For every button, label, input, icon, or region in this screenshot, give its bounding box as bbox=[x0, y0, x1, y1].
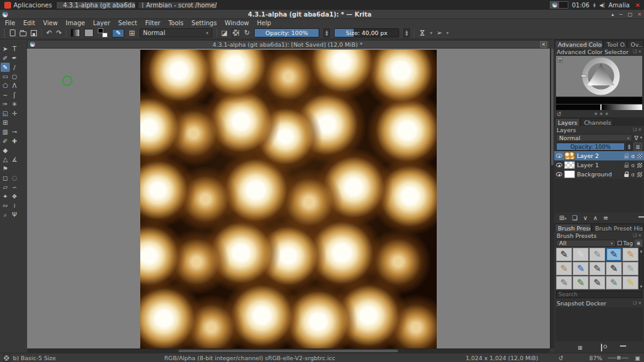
layer-filter-funnel-icon[interactable]: ∇ bbox=[634, 135, 638, 141]
snapshot-docker-header[interactable]: Snapshot Docker ❏ × bbox=[554, 299, 644, 307]
close-panel-icon[interactable]: × bbox=[638, 233, 642, 238]
alpha-lock-icon[interactable]: α bbox=[631, 171, 635, 178]
menu-image[interactable]: Image bbox=[66, 20, 85, 26]
layer-visibility-eye-icon[interactable] bbox=[556, 154, 562, 158]
tab-overview[interactable]: Ov... bbox=[627, 40, 643, 48]
tool-ellipse[interactable]: ○ bbox=[10, 72, 19, 81]
tab-tool-options[interactable]: Tool O... bbox=[603, 40, 627, 48]
float-panel-icon[interactable]: ❏ bbox=[633, 233, 637, 238]
alpha-lock-icon[interactable]: α bbox=[631, 153, 635, 159]
brush-preset-2[interactable]: ✎ bbox=[573, 248, 589, 261]
layer-opacity-slider[interactable]: Opacity: 100% bbox=[556, 143, 625, 151]
tool-smart-patch[interactable]: ✚ bbox=[10, 136, 19, 146]
maximize-button[interactable]: □ bbox=[628, 12, 633, 17]
tool-move[interactable]: ✛ bbox=[10, 109, 19, 118]
brush-preset-chip[interactable]: b) Basic-5 Size bbox=[3, 353, 56, 362]
panel-close-button[interactable]: ✕ bbox=[634, 2, 642, 9]
brush-preset-9[interactable]: ✎ bbox=[606, 262, 622, 275]
layer-row-background[interactable]: Backgroundα bbox=[554, 170, 644, 179]
layer-blend-mode-dropdown[interactable]: Normal ▾ bbox=[556, 134, 632, 141]
tool-color-sampler[interactable]: ⊸ bbox=[10, 127, 19, 136]
workspace-pager[interactable] bbox=[550, 1, 568, 9]
tool-ellipse-select[interactable]: ◌ bbox=[10, 173, 19, 183]
snapshot-add-button[interactable]: ⊞ bbox=[578, 344, 582, 351]
layer-thumbnail[interactable] bbox=[564, 170, 575, 178]
clock-spinner[interactable]: ▲▼ bbox=[593, 2, 595, 7]
zoom-slider-handle[interactable] bbox=[616, 355, 621, 360]
window-krita-icon[interactable] bbox=[2, 12, 8, 17]
menu-help[interactable]: Help bbox=[257, 20, 271, 26]
size-spinner[interactable]: ▲▼ bbox=[403, 28, 410, 37]
float-panel-icon[interactable]: ❏ bbox=[633, 127, 637, 132]
chevron-down-icon[interactable]: ▾ bbox=[640, 135, 642, 140]
zoom-slider[interactable] bbox=[608, 353, 629, 362]
eraser-mode-button[interactable]: ◪ bbox=[221, 30, 228, 36]
tool-multibrush[interactable]: ✳ bbox=[10, 100, 19, 109]
mirror-horizontal-button[interactable]: ⋈ bbox=[418, 30, 426, 36]
tab-layers[interactable]: Layers bbox=[555, 118, 580, 126]
menu-settings[interactable]: Settings bbox=[191, 20, 217, 26]
reload-preset-button[interactable]: ↻ bbox=[244, 30, 250, 36]
tool-magnetic-select[interactable]: ≀ bbox=[10, 201, 19, 210]
applications-menu-button[interactable]: Aplicaciones bbox=[2, 1, 54, 9]
tool-calligraphy[interactable]: ✒ bbox=[10, 53, 19, 63]
tool-zoom[interactable]: ⌕ bbox=[1, 210, 10, 219]
snapshot-list[interactable] bbox=[555, 307, 643, 341]
tool-crop[interactable]: ⊞ bbox=[1, 118, 10, 127]
brush-preset-12[interactable]: ✎ bbox=[573, 276, 589, 289]
brush-preset-13[interactable]: ✎ bbox=[589, 276, 605, 289]
open-document-button[interactable] bbox=[20, 30, 26, 36]
tool-rectangle[interactable]: ▭ bbox=[1, 72, 10, 81]
tool-transform[interactable]: ◱ bbox=[1, 109, 10, 118]
layers-panel-header[interactable]: Layers ❏ × bbox=[554, 126, 644, 133]
brush-preset-3[interactable]: ✎ bbox=[589, 248, 605, 261]
vertical-scrollbar[interactable] bbox=[550, 49, 554, 348]
pattern-chooser-button[interactable] bbox=[84, 29, 93, 37]
color-history-icon[interactable]: ↺ bbox=[557, 111, 562, 117]
brush-search-input[interactable] bbox=[556, 291, 642, 298]
move-layer-down-button[interactable]: ∨ bbox=[583, 214, 587, 221]
layer-visibility-eye-icon[interactable] bbox=[556, 172, 562, 176]
lock-icon[interactable] bbox=[624, 155, 629, 159]
menu-edit[interactable]: Edit bbox=[23, 20, 35, 26]
layer-thumbnail[interactable] bbox=[564, 152, 575, 160]
canvas-viewport[interactable] bbox=[27, 49, 550, 348]
chevron-down-icon[interactable]: ▾ bbox=[447, 31, 449, 36]
brush-preset-7[interactable]: ✎ bbox=[573, 262, 589, 275]
snapshot-camera-button[interactable] bbox=[601, 344, 602, 351]
shade-gradient-half[interactable] bbox=[601, 104, 642, 110]
selection-display-button[interactable]: ▣ bbox=[635, 353, 640, 362]
tool-edit-shapes[interactable]: ✐ bbox=[1, 53, 10, 63]
layer-thumbnail[interactable] bbox=[564, 161, 575, 169]
tool-assistants[interactable]: △ bbox=[1, 155, 10, 164]
move-layer-up-button[interactable]: ∧ bbox=[593, 214, 597, 221]
tool-polygon[interactable]: ⬠ bbox=[1, 81, 10, 90]
brush-editor-button[interactable]: ✎ bbox=[112, 29, 124, 37]
horizontal-scrollbar[interactable] bbox=[27, 348, 550, 353]
close-panel-icon[interactable]: × bbox=[638, 127, 642, 132]
tool-dynamic-brush[interactable]: ✑ bbox=[1, 100, 10, 109]
foreground-background-colors[interactable] bbox=[98, 28, 108, 37]
preserve-alpha-button[interactable] bbox=[232, 29, 240, 37]
redo-button[interactable]: ↷ bbox=[56, 30, 62, 36]
zoom-slider-track[interactable] bbox=[608, 357, 629, 359]
menu-filter[interactable]: Filter bbox=[145, 20, 161, 26]
brush-preset-4[interactable]: ✎ bbox=[606, 248, 622, 261]
lock-icon[interactable] bbox=[624, 165, 629, 168]
selector-settings-icon[interactable]: ▤ bbox=[557, 57, 563, 63]
horizontal-scrollbar-thumb[interactable] bbox=[178, 350, 398, 352]
taskbar-task-krita[interactable]: 4.3.1-alpha (git aba6da1... bbox=[56, 1, 136, 9]
brush-preset-15[interactable]: ✎ bbox=[622, 276, 638, 289]
brush-preset-5[interactable]: ✎ bbox=[622, 248, 638, 261]
docker-resize-handle[interactable]: ▪ ▪ ▪ bbox=[562, 111, 642, 116]
tool-freehand-select[interactable]: ∽ bbox=[10, 183, 19, 192]
inherit-alpha-icon[interactable] bbox=[637, 154, 642, 159]
inherit-alpha-icon[interactable] bbox=[637, 163, 642, 168]
size-slider[interactable]: Size: 40,00 px bbox=[334, 28, 399, 37]
shade-selector-strip[interactable] bbox=[556, 104, 642, 110]
brush-preset-11[interactable]: ✎ bbox=[556, 276, 572, 289]
layer-options-button[interactable]: ≣ bbox=[634, 143, 642, 151]
workspace-2[interactable] bbox=[559, 2, 568, 8]
add-layer-button[interactable]: ⊞▾ bbox=[559, 214, 566, 221]
tool-shape-select[interactable]: ➤ bbox=[1, 44, 10, 53]
